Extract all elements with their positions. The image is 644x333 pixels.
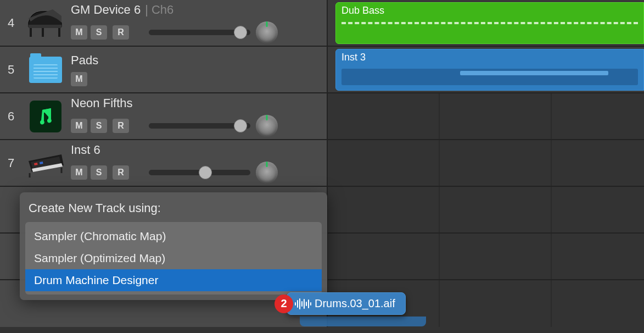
track-row[interactable]: 6 Neon Fifths M S R (0, 93, 644, 140)
track-number: 7 (0, 140, 22, 186)
record-enable-button[interactable]: R (113, 119, 129, 133)
mute-button[interactable]: M (71, 25, 87, 40)
record-enable-button[interactable]: R (113, 165, 129, 180)
track-title: Inst 6 (71, 143, 100, 157)
track-number: 6 (0, 93, 22, 139)
track-channel: | Ch6 (145, 3, 173, 17)
track-row[interactable]: 5 Pads M Inst 3 (0, 47, 644, 93)
drag-shadow (300, 317, 426, 326)
track-number: 5 (0, 47, 22, 92)
drag-filename: Drums.03_01.aif (315, 297, 395, 310)
pan-knob[interactable] (256, 21, 278, 43)
popup-option-drum-machine-designer[interactable]: Drum Machine Designer (25, 269, 322, 291)
mute-button[interactable]: M (71, 165, 87, 180)
svg-rect-1 (30, 28, 32, 37)
folder-icon (29, 57, 62, 83)
track-number: 4 (0, 0, 22, 46)
track-icon[interactable] (22, 47, 69, 92)
track-icon[interactable] (22, 140, 69, 186)
solo-button[interactable]: S (91, 119, 107, 133)
drag-count-badge: 2 (275, 295, 293, 313)
track-timeline[interactable]: Dub Bass (327, 0, 644, 46)
solo-button[interactable]: S (91, 165, 107, 180)
track-timeline[interactable] (327, 93, 644, 139)
track-row[interactable]: 4 GM Device 6 | Ch6 M S R (0, 0, 644, 47)
mute-button[interactable]: M (71, 119, 87, 133)
pan-knob[interactable] (256, 115, 278, 137)
popup-option-sampler-optimized[interactable]: Sampler (Optimized Map) (25, 247, 322, 269)
keyboard-controller-icon (25, 149, 66, 177)
region-label: Inst 3 (341, 52, 638, 63)
midi-region[interactable]: Dub Bass (335, 2, 644, 44)
track-timeline[interactable]: Inst 3 (327, 47, 644, 92)
record-enable-button[interactable]: R (113, 25, 129, 40)
volume-slider[interactable] (149, 166, 250, 179)
waveform-icon (295, 298, 311, 309)
music-note-icon (30, 101, 61, 132)
mute-button[interactable]: M (71, 72, 87, 86)
svg-rect-2 (58, 28, 60, 37)
track-icon[interactable] (22, 0, 69, 46)
popup-options-list: Sampler (Chromatic Map) Sampler (Optimiz… (25, 222, 322, 295)
track-timeline[interactable] (327, 140, 644, 186)
svg-rect-3 (42, 28, 44, 37)
piano-icon (25, 8, 66, 38)
volume-slider[interactable] (149, 26, 250, 38)
popup-title: Create New Track using: (25, 200, 322, 222)
track-title: GM Device 6 (71, 3, 141, 17)
volume-slider[interactable] (149, 120, 250, 132)
popup-option-sampler-chromatic[interactable]: Sampler (Chromatic Map) (25, 225, 322, 247)
track-title: Neon Fifths (71, 96, 133, 110)
create-track-popup: Create New Track using: Sampler (Chromat… (20, 192, 327, 300)
solo-button[interactable]: S (91, 25, 107, 40)
track-title: Pads (71, 53, 98, 68)
svg-rect-0 (29, 25, 61, 28)
midi-region[interactable]: Inst 3 (335, 49, 644, 91)
region-label: Dub Bass (341, 5, 638, 16)
track-icon[interactable] (22, 93, 69, 139)
pan-knob[interactable] (256, 162, 278, 184)
track-row[interactable]: 7 Inst 6 M S R (0, 140, 644, 187)
drag-files-chip[interactable]: 2 Drums.03_01.aif (275, 292, 406, 315)
